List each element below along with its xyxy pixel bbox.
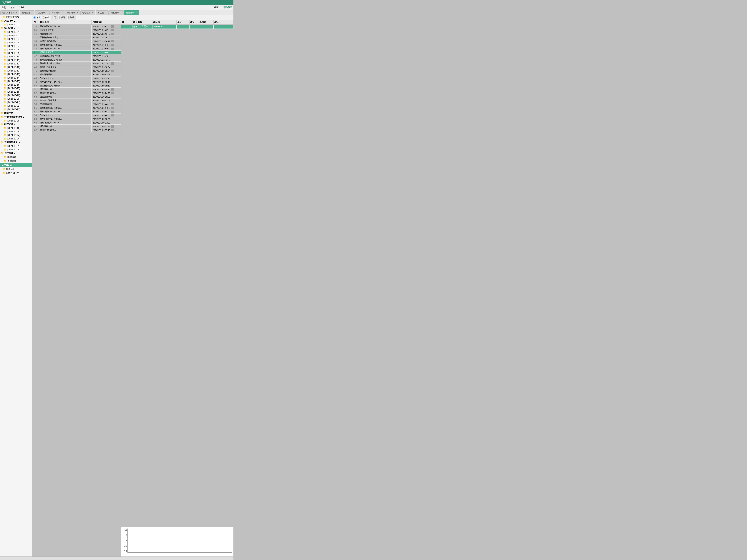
table-row[interactable]: 47凝血筛选试验2024/10/13 9:51:46 <box>32 73 121 77</box>
table-row[interactable]: 55感染性标志物2024/10/16 10:43... <box>32 102 121 106</box>
sidebar-section-zyyy[interactable]: 📁 住院医嘱 ▲ <box>0 151 32 155</box>
records-scroll[interactable]: 34肝功2(肝功1+TBA、G...2024/10/10 10:37...35B… <box>32 25 121 557</box>
btn-all[interactable]: 全选 <box>51 16 58 20</box>
tab-bcjl[interactable]: 病程记录 × <box>109 10 124 15</box>
multi-label[interactable]: 多项 <box>45 16 49 19</box>
table-row[interactable]: 42细菌真菌涂片染色检测...2024/10/11 14:13... <box>32 54 121 58</box>
table-row[interactable]: 62血细胞分析(住院)2024/10/19 9:57:15 <box>32 128 121 132</box>
row-name: 肝功2(肝功1+TBA、G... <box>39 47 92 50</box>
table-row[interactable]: 38血细胞分析(住院)2024/10/11 9:04:17 <box>32 39 121 43</box>
sidebar-item-bc-1[interactable]: 📁[2024-10-01] <box>1 30 32 34</box>
tab-ryjl[interactable]: 入院记录 × <box>35 10 50 15</box>
sidebar-item-cfyz[interactable]: 📁长期医嘱 <box>1 159 32 163</box>
sidebar-item-bc-17[interactable]: 📁[2024-10-17] <box>1 86 32 90</box>
sidebar-item-bc-12[interactable]: 📁[2024-10-12] <box>1 69 32 73</box>
sidebar-item-bc-8[interactable]: 📁[2024-10-10] <box>1 55 32 58</box>
sidebar-item-zq-2[interactable]: 📁[2024-10-08] <box>1 148 32 151</box>
sidebar-item-cy-3[interactable]: 📁[2024-10-24] <box>1 133 32 137</box>
tab-cfyx[interactable]: 长期医嘱 × <box>20 10 34 15</box>
tab-jyjl[interactable]: 检验记录 × <box>124 10 139 15</box>
sidebar-item-bc-14[interactable]: 📁[2024-10-14] <box>1 76 32 79</box>
sidebar-item-ryjl-1[interactable]: 📁[2024-10-01] <box>1 23 32 26</box>
table-row[interactable]: 40肝功2(肝功1+TBA、G...2024/10/11 10:40... <box>32 47 121 51</box>
row-name: 血生化(肾功1、电解质... <box>39 43 92 47</box>
sidebar-item-bc-22[interactable]: 📁[2024-10-22] <box>1 104 32 108</box>
sidebar-item-bc-21[interactable]: 📁[2024-10-21] <box>1 101 32 104</box>
sidebar-item-bc-11[interactable]: 📁[2024-10-12] <box>1 65 32 69</box>
sidebar-item-bc-20[interactable]: 📁[2024-10-20] <box>1 97 32 101</box>
table-row[interactable]: 39血生化(肾功1、电解质...2024/10/11 10:40... <box>32 43 121 47</box>
sidebar-section-ylcz[interactable]: 📁 一般治疗处置记录 ▲ <box>0 115 32 119</box>
sidebar-item-lsyz[interactable]: 📁临时医嘱 <box>1 155 32 159</box>
table-row[interactable]: 37结核杆菌DNA检测 (…2024/10/10 14:52... <box>32 36 121 39</box>
sidebar-item-bc-23[interactable]: 📁[2024-10-23] <box>1 108 32 111</box>
sidebar-section-sqxj[interactable]: 📁 术前小结 <box>0 111 32 115</box>
sidebar-item-bc-18[interactable]: 📁[2024-10-18] <box>1 90 32 94</box>
sidebar-item-jcjl[interactable]: 📁 检查记录 <box>0 167 32 171</box>
sidebar-item-jyjl[interactable]: ■ 检验记录 <box>0 163 32 167</box>
sidebar-item-bc-19[interactable]: 📁[2024-10-19] <box>1 94 32 97</box>
sidebar-section-bcjl[interactable]: 📁 病程记录 ▲ <box>0 26 32 30</box>
sidebar-item-zybas[interactable]: 📁 住院病案首页 <box>0 15 32 19</box>
tab-zdwz[interactable]: 诊断证明 × <box>50 10 65 15</box>
sidebar-section-zhgz[interactable]: 📁 知情告知信息 ▲ <box>0 140 32 144</box>
table-row[interactable]: 51感染性标志物2024/10/13 9:59:13 <box>32 87 121 91</box>
sidebar-section-cyjl[interactable]: 📁 出院记录 ▲ <box>0 123 32 126</box>
table-row[interactable]: 36感染性标志物2024/10/10 10:37... <box>32 32 121 36</box>
table-row[interactable]: 45血浆D-二聚体测定2024/10/13 9:10:34 <box>32 65 121 69</box>
radio-single[interactable] <box>33 16 36 19</box>
sidebar-item-ylcz-1[interactable]: 📁[2024-10-09] <box>1 119 32 123</box>
sidebar-item-bc-9[interactable]: 📁[2024-10-11] <box>1 58 32 62</box>
sidebar-item-cy-2[interactable]: 📁[2024-10-24] <box>1 130 32 133</box>
table-row[interactable]: 35B型钠尿肽前体2024/10/10 10:37... <box>32 28 121 32</box>
table-row[interactable]: 43抗细菌真菌涂片染色检测...2024/10/11 14:13... <box>32 58 121 62</box>
table-row[interactable]: 41超敏C反应蛋白2024/10/11 10:40... <box>32 51 121 54</box>
detail-col-value: 检验值 <box>153 20 177 24</box>
table-row[interactable]: 44脓液培养、鉴定、药敏2024/10/12 11:29... <box>32 62 121 65</box>
radio-multi[interactable] <box>42 16 45 19</box>
sidebar-item-bc-16[interactable]: 📁[2024-10-16] <box>1 83 32 86</box>
table-row[interactable]: 58B型钠尿肽前体2024/10/16 10:43... <box>32 113 121 117</box>
tab-cyz[interactable]: 出院证 × <box>96 10 108 15</box>
table-row[interactable]: 56血生化(肾功1、电解质...2024/10/16 10:43... <box>32 106 121 110</box>
table-row[interactable]: 59血生化(肾功1、电解质...2024/10/19 9:33:33 <box>32 117 121 121</box>
tab-zdwz2[interactable]: 诊断证明 × <box>80 10 95 15</box>
table-row[interactable]: 48B型钠尿肽前体2024/10/13 9:59:13 <box>32 77 121 80</box>
sidebar-item-bc-5[interactable]: 📁[2024-10-07] <box>1 44 32 48</box>
btn-cancel[interactable]: 取消 <box>68 16 76 20</box>
detail-row-1[interactable]: 1 ✓ 超敏C反应蛋白 104.98mg/l ↑ <box>121 25 233 29</box>
sidebar-item-bc-7[interactable]: 📁[2024-10-09] <box>1 51 32 55</box>
sidebar-item-cy-1[interactable]: 📁[2024-10-10] <box>1 126 32 130</box>
sidebar-item-cy-4[interactable]: 📁[2024-10-24] <box>1 137 32 140</box>
table-row[interactable]: 46血细胞分析(住院)2024/10/13 9:28:24 <box>32 69 121 73</box>
tab-zybas[interactable]: 住院病案首页 × <box>0 10 19 15</box>
table-row[interactable]: 52血细胞分析(住院)2024/10/16 9:24:28 <box>32 91 121 95</box>
row-num: 62 <box>32 128 39 132</box>
chart-area: 12 10 0.8 0.6 0.4 <box>121 527 233 557</box>
sidebar-item-zhxx[interactable]: 📁 知情告知信息 <box>0 171 32 175</box>
sidebar-item-bc-15[interactable]: 📁[2024-10-15] <box>1 79 32 83</box>
sidebar-item-bc-4[interactable]: 📁[2024-10-05] <box>1 41 32 44</box>
main-container: 📁 住院病案首页 📁 入院记录 ▲ 📁[2024-10-01] 📁 病程记录 ▲… <box>0 15 233 557</box>
sidebar-item-bc-3[interactable]: 📁[2024-10-04] <box>1 37 32 41</box>
sidebar-item-bc-13[interactable]: 📁[2024-10-13] <box>1 73 32 76</box>
row-num: 57 <box>32 110 39 113</box>
sidebar-item-zq-1[interactable]: 📁[2024-10-01] <box>1 144 32 148</box>
row-num: 52 <box>32 91 39 95</box>
single-label[interactable]: 单项 <box>36 16 41 19</box>
table-row[interactable]: 34肝功2(肝功1+TBA、G...2024/10/10 10:37... <box>32 25 121 28</box>
sidebar-item-bc-6[interactable]: 📁[2024-10-08] <box>1 48 32 51</box>
table-row[interactable]: 54血浆D-二聚体测定2024/10/16 9:32:04 <box>32 99 121 102</box>
sidebar-item-bc-10[interactable]: 📁[2024-10-12] <box>1 62 32 65</box>
sidebar-section-ryjl[interactable]: 📁 入院记录 ▲ <box>0 19 32 23</box>
table-row[interactable]: 60肝功2(肝功1+TBA、G...2024/10/19 9:33:33 <box>32 121 121 125</box>
table-row[interactable]: 53凝血筛选试验2024/10/16 9:28:55 <box>32 95 121 99</box>
sidebar-item-bc-2[interactable]: 📁[2024-10-02] <box>1 34 32 37</box>
table-row[interactable]: 49肝功2(肝功1+TBA、G...2024/10/13 9:59:13 <box>32 80 121 84</box>
table-row[interactable]: 50血生化(肾功1、电解质...2024/10/13 9:59:13 <box>32 84 121 87</box>
btn-reverse[interactable]: 反选 <box>59 16 67 20</box>
table-row[interactable]: 57肝功2(肝功1+TBA、G...2024/10/16 10:43... <box>32 110 121 113</box>
detail-check[interactable]: ✓ <box>127 25 132 28</box>
table-row[interactable]: 61感染性标志物2024/10/19 9:33:33 <box>32 125 121 128</box>
tab-cyjl[interactable]: 出院记录 × <box>65 10 80 15</box>
